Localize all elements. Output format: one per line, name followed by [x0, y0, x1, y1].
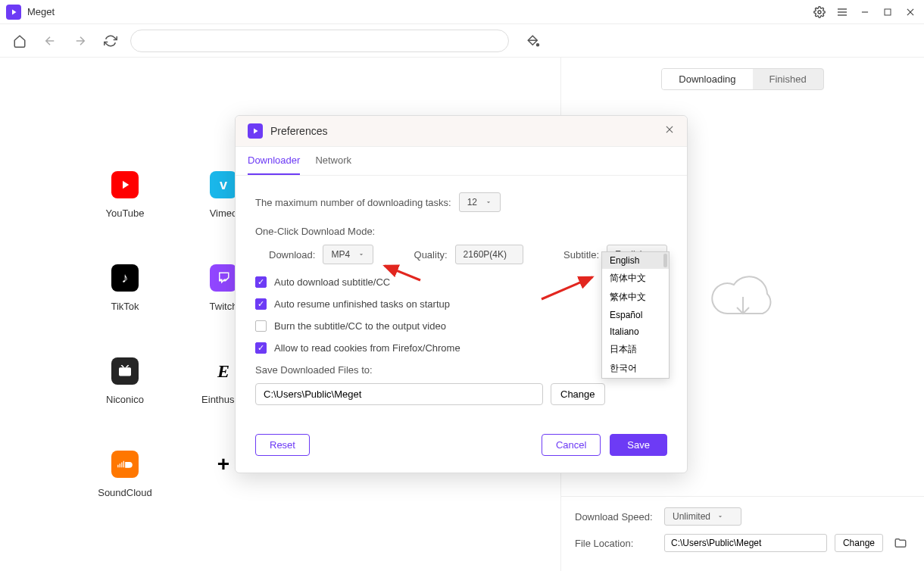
youtube-icon — [111, 171, 139, 198]
download-speed-label: Download Speed: — [575, 511, 657, 523]
download-format-select[interactable]: MP4 — [323, 245, 373, 264]
chk-auto-resume-label: Auto resume unfinished tasks on startup — [274, 298, 450, 310]
quality-select[interactable]: 2160P(4K) — [455, 245, 523, 264]
minimize-button[interactable] — [857, 5, 872, 20]
forward-button[interactable] — [70, 30, 91, 51]
dialog-close-icon[interactable] — [664, 124, 675, 138]
subtitle-label: Subtitle: — [563, 249, 599, 261]
subtitle-option[interactable]: English — [602, 252, 669, 269]
one-click-label: One-Click Download Mode: — [255, 226, 667, 237]
open-folder-icon[interactable] — [891, 533, 910, 553]
site-item-youtube[interactable]: YouTube — [76, 171, 174, 219]
menu-icon[interactable] — [835, 5, 850, 20]
plus-icon: + — [210, 451, 237, 478]
subtitle-option[interactable]: Italiano — [602, 323, 669, 340]
chk-auto-download-subtitle[interactable] — [255, 276, 267, 288]
download-tabs: Downloading Finished — [661, 68, 823, 90]
tab-downloading[interactable]: Downloading — [662, 69, 752, 89]
quality-label: Quality: — [414, 249, 448, 261]
subtitle-option[interactable]: 繁体中文 — [602, 288, 669, 307]
cancel-button[interactable]: Cancel — [542, 434, 601, 456]
subtitle-option[interactable]: Español — [602, 307, 669, 323]
chk-auto-resume[interactable] — [255, 298, 267, 310]
tab-finished[interactable]: Finished — [753, 69, 823, 89]
max-tasks-select[interactable]: 12 — [459, 192, 501, 212]
titlebar: Meget — [0, 0, 924, 24]
url-input[interactable] — [130, 30, 509, 52]
chk-burn-subtitle-label: Burn the subtitle/CC to the output video — [274, 320, 446, 332]
site-item-soundcloud[interactable]: SoundCloud — [76, 451, 174, 498]
site-item-niconico[interactable]: Niconico — [76, 357, 174, 405]
site-item-tiktok[interactable]: ♪ TikTok — [76, 264, 174, 312]
save-path-input[interactable] — [255, 383, 543, 405]
tiktok-icon: ♪ — [111, 264, 139, 292]
theme-icon[interactable] — [523, 30, 544, 51]
maximize-button[interactable] — [880, 5, 895, 20]
home-button[interactable] — [9, 30, 30, 51]
settings-icon[interactable] — [812, 5, 827, 20]
change-path-button[interactable]: Change — [551, 383, 605, 405]
max-tasks-label: The maximum number of downloading tasks: — [255, 197, 451, 208]
app-title: Meget — [27, 6, 55, 17]
file-location-input[interactable] — [664, 534, 827, 552]
tab-downloader[interactable]: Downloader — [248, 147, 300, 175]
soundcloud-icon — [111, 451, 139, 478]
download-format-label: Download: — [269, 249, 315, 261]
file-location-label: File Location: — [575, 538, 657, 549]
download-speed-select[interactable]: Unlimited — [664, 507, 741, 526]
chk-read-cookies-label: Allow to read cookies from Firefox/Chrom… — [274, 342, 460, 354]
vimeo-icon: v — [210, 171, 237, 198]
chk-burn-subtitle[interactable] — [255, 320, 267, 332]
svg-point-8 — [537, 43, 539, 45]
svg-rect-5 — [885, 9, 891, 15]
subtitle-option[interactable]: 日本語 — [602, 340, 669, 359]
subtitle-option[interactable]: 한국어 — [602, 359, 669, 378]
svg-point-0 — [818, 11, 821, 14]
tab-network[interactable]: Network — [315, 147, 351, 175]
twitch-icon — [210, 264, 237, 292]
navbar — [0, 24, 924, 58]
refresh-button[interactable] — [100, 30, 121, 51]
dialog-title: Preferences — [270, 125, 327, 137]
subtitle-option[interactable]: 简体中文 — [602, 269, 669, 288]
chk-auto-download-subtitle-label: Auto download subtitle/CC — [274, 276, 390, 288]
svg-rect-9 — [119, 367, 131, 376]
subtitle-dropdown-list: English 简体中文 繁体中文 Español Italiano 日本語 한… — [601, 251, 670, 379]
niconico-icon — [111, 357, 139, 385]
einthusan-icon: E — [210, 357, 237, 385]
dialog-logo-icon — [248, 123, 263, 139]
save-button[interactable]: Save — [610, 434, 667, 456]
app-logo-icon — [6, 5, 21, 20]
close-button[interactable] — [903, 5, 918, 20]
reset-button[interactable]: Reset — [255, 434, 310, 456]
chk-read-cookies[interactable] — [255, 342, 267, 354]
back-button[interactable] — [39, 30, 61, 51]
change-location-button[interactable]: Change — [835, 534, 883, 552]
